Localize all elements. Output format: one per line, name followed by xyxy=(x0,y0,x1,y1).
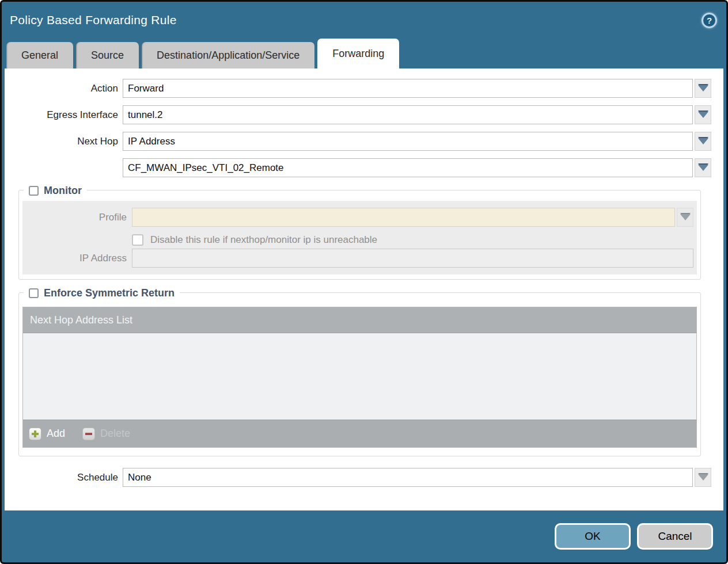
tab-general[interactable]: General xyxy=(6,42,73,68)
action-label: Action xyxy=(5,79,123,98)
help-icon[interactable]: ? xyxy=(702,13,717,28)
chevron-down-icon xyxy=(698,165,708,171)
egress-interface-value[interactable]: tunnel.2 xyxy=(123,105,693,124)
action-dropdown-button[interactable] xyxy=(695,79,711,98)
dialog-title: Policy Based Forwarding Rule xyxy=(10,13,177,27)
symmetric-return-legend-label: Enforce Symmetric Return xyxy=(44,286,175,300)
title-bar: Policy Based Forwarding Rule ? xyxy=(2,2,726,39)
action-row: Action Forward xyxy=(5,79,711,98)
next-hop-address-list-toolbar: Add Delete xyxy=(23,420,696,447)
egress-interface-row: Egress Interface tunnel.2 xyxy=(5,105,711,124)
profile-row: Profile xyxy=(22,208,693,227)
symmetric-return-section: Enforce Symmetric Return Next Hop Addres… xyxy=(18,292,701,456)
monitor-ip-label: IP Address xyxy=(22,249,132,268)
action-dropdown: Forward xyxy=(123,79,711,98)
monitor-body: Profile Disable this rule if nexthop/mon… xyxy=(22,201,697,275)
next-hop-address-list-header: Next Hop Address List xyxy=(23,307,696,333)
forwarding-tab-panel: Action Forward Egress Interface tunnel.2… xyxy=(5,68,723,510)
chevron-down-icon xyxy=(698,112,708,118)
egress-interface-dropdown: tunnel.2 xyxy=(123,105,711,124)
next-hop-label: Next Hop xyxy=(5,132,123,151)
profile-dropdown-button xyxy=(677,208,693,227)
next-hop-address-list-table: Next Hop Address List Add Delete xyxy=(22,307,697,448)
action-value[interactable]: Forward xyxy=(123,79,693,98)
next-hop-type-value[interactable]: IP Address xyxy=(123,132,693,151)
next-hop-type-dropdown-button[interactable] xyxy=(695,132,711,151)
schedule-value[interactable]: None xyxy=(123,468,693,487)
profile-value xyxy=(132,208,675,227)
next-hop-address-dropdown: CF_MWAN_IPsec_VTI_02_Remote xyxy=(123,158,711,177)
schedule-label: Schedule xyxy=(5,468,123,487)
disable-rule-row: Disable this rule if nexthop/monitor ip … xyxy=(132,234,693,246)
ok-button[interactable]: OK xyxy=(555,523,631,550)
chevron-down-icon xyxy=(698,85,708,92)
plus-icon xyxy=(29,428,41,440)
delete-button-label: Delete xyxy=(100,428,130,440)
chevron-down-icon xyxy=(680,214,691,220)
next-hop-address-label xyxy=(5,158,123,177)
disable-rule-checkbox xyxy=(132,234,143,246)
add-button[interactable]: Add xyxy=(29,428,65,440)
tab-forwarding[interactable]: Forwarding xyxy=(317,39,399,68)
symmetric-return-checkbox[interactable] xyxy=(29,288,39,298)
monitor-ip-row: IP Address xyxy=(22,249,693,268)
chevron-down-icon xyxy=(698,138,708,144)
tab-bar: General Source Destination/Application/S… xyxy=(2,39,726,68)
monitor-legend-label: Monitor xyxy=(44,184,82,197)
egress-interface-label: Egress Interface xyxy=(5,105,123,124)
symmetric-return-legend: Enforce Symmetric Return xyxy=(24,286,180,300)
monitor-checkbox[interactable] xyxy=(29,186,39,196)
schedule-dropdown: None xyxy=(123,468,711,487)
profile-label: Profile xyxy=(22,208,132,227)
minus-icon xyxy=(82,428,95,440)
egress-interface-dropdown-button[interactable] xyxy=(695,105,711,124)
next-hop-type-dropdown: IP Address xyxy=(123,132,711,151)
next-hop-row: Next Hop IP Address xyxy=(5,132,711,151)
disable-rule-label: Disable this rule if nexthop/monitor ip … xyxy=(150,234,377,246)
tab-source[interactable]: Source xyxy=(76,42,139,68)
next-hop-address-value[interactable]: CF_MWAN_IPsec_VTI_02_Remote xyxy=(123,158,693,177)
chevron-down-icon xyxy=(698,474,708,481)
next-hop-address-dropdown-button[interactable] xyxy=(695,158,711,177)
monitor-ip-input xyxy=(132,249,693,268)
pbf-rule-dialog: Policy Based Forwarding Rule ? General S… xyxy=(0,0,728,564)
next-hop-address-row: CF_MWAN_IPsec_VTI_02_Remote xyxy=(5,158,711,177)
schedule-dropdown-button[interactable] xyxy=(695,468,711,487)
monitor-section: Monitor Profile Disable this rule if nex… xyxy=(18,190,701,280)
dialog-footer: OK Cancel xyxy=(2,510,726,562)
schedule-row: Schedule None xyxy=(5,468,711,487)
tab-destination-application-service[interactable]: Destination/Application/Service xyxy=(142,42,314,68)
monitor-legend: Monitor xyxy=(24,184,87,197)
profile-dropdown xyxy=(132,208,693,227)
cancel-button[interactable]: Cancel xyxy=(637,523,713,550)
delete-button: Delete xyxy=(82,428,130,440)
monitor-ip-input-wrap xyxy=(132,249,693,268)
add-button-label: Add xyxy=(47,428,65,440)
next-hop-address-list-body xyxy=(23,333,696,420)
